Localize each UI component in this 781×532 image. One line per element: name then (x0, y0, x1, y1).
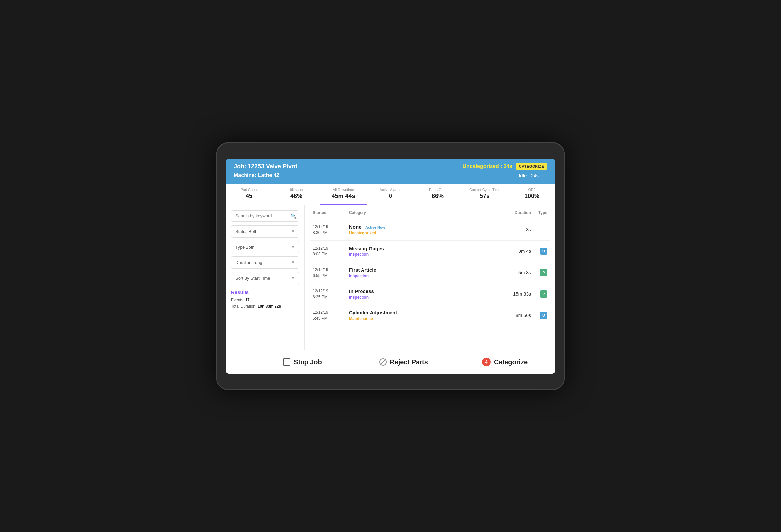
idle-dash: — (541, 172, 547, 179)
event-date: 12/12/19 5:45 PM (313, 310, 349, 321)
stat-label-downtime: All Downtime (323, 188, 364, 192)
event-name: None (349, 224, 362, 230)
event-subcategory: Inspection (349, 274, 501, 278)
idle-status: Idle : 24s — (519, 172, 547, 179)
event-duration: 8m 56s (501, 313, 531, 318)
stat-value-cycle-time: 57s (464, 193, 505, 200)
stat-label-part-count: Part Count (229, 188, 270, 192)
stat-active-alarms[interactable]: Active Alarms 0 (367, 183, 414, 205)
uncategorized-label: Uncategorized : 24s (463, 163, 512, 169)
results-section: Results Events: 17 Total Duration: 10h 3… (231, 289, 299, 310)
event-duration: 3s (501, 227, 531, 232)
event-date: 12/12/19 6:25 PM (313, 288, 349, 300)
reject-parts-button[interactable]: Reject Parts (353, 351, 454, 374)
stat-label-parts-goal: Parts Goal (417, 188, 458, 192)
status-filter[interactable]: Status Both ▼ (231, 226, 299, 238)
type-badge: U (540, 248, 547, 255)
results-count: 17 (245, 298, 249, 302)
search-input[interactable] (235, 213, 291, 218)
event-duration: 15m 33s (501, 291, 531, 297)
stop-job-button[interactable]: Stop Job (252, 351, 353, 374)
table-row[interactable]: 12/12/19 5:45 PM Cylinder Adjustment Mai… (310, 305, 550, 326)
tablet-frame: Job: 12253 Valve Pivot Uncategorized : 2… (216, 142, 565, 390)
table-row[interactable]: 12/12/19 8:30 PM None Active Now Uncateg… (310, 219, 550, 241)
stat-value-parts-goal: 66% (417, 193, 458, 200)
stat-cycle-time[interactable]: Current Cycle Time 57s (461, 183, 508, 205)
event-name: Cylinder Adjustment (349, 310, 397, 316)
main-content: 🔍 Status Both ▼ Type Both ▼ Dur (226, 205, 555, 350)
col-header-started: Started (313, 210, 349, 215)
status-filter-label: Status Both (235, 229, 257, 234)
type-filter[interactable]: Type Both ▼ (231, 241, 299, 253)
col-header-category: Category (349, 210, 501, 215)
active-badge: Active Now (365, 226, 385, 230)
event-type: U (531, 312, 547, 319)
stat-value-oee: 100% (511, 193, 552, 200)
chevron-down-icon: ▼ (291, 276, 295, 280)
header: Job: 12253 Valve Pivot Uncategorized : 2… (226, 159, 555, 183)
reject-icon (379, 358, 386, 366)
event-name: In Process (349, 288, 374, 294)
events-list: Started Category Duration Type 12/12/19 … (305, 205, 555, 350)
event-type: P (531, 290, 547, 298)
search-icon: 🔍 (291, 213, 296, 218)
event-subcategory: Maintenance (349, 317, 501, 321)
duration-filter-label: Duration Long (235, 260, 262, 265)
hamburger-icon (235, 360, 243, 364)
event-subcategory: Uncategorized (349, 231, 501, 235)
bottom-bar: Stop Job Reject Parts 4 Categorize (226, 350, 555, 374)
search-box[interactable]: 🔍 (231, 210, 299, 221)
reject-parts-label: Reject Parts (390, 358, 428, 366)
sort-filter-label: Sort By Start Time (235, 276, 270, 281)
machine-label: Machine: Lathe 42 (234, 172, 280, 178)
stat-oee[interactable]: OEE 100% (508, 183, 555, 205)
table-row[interactable]: 12/12/19 6:25 PM In Process Inspection 1… (310, 283, 550, 305)
table-row[interactable]: 12/12/19 6:55 PM First Article Inspectio… (310, 262, 550, 283)
categorize-count-badge: 4 (482, 358, 491, 366)
chevron-down-icon: ▼ (291, 245, 295, 249)
sort-filter[interactable]: Sort By Start Time ▼ (231, 272, 299, 284)
categorize-button[interactable]: 4 Categorize (454, 351, 555, 374)
stop-job-label: Stop Job (294, 358, 322, 366)
menu-button[interactable] (226, 351, 252, 374)
event-date: 12/12/19 6:55 PM (313, 267, 349, 279)
stat-value-downtime: 45m 44s (323, 193, 364, 200)
stop-icon (283, 358, 290, 366)
categorize-label: Categorize (494, 358, 528, 366)
event-subcategory: Inspection (349, 252, 501, 257)
type-badge: U (540, 312, 547, 319)
tablet-screen: Job: 12253 Valve Pivot Uncategorized : 2… (226, 159, 555, 374)
chevron-down-icon: ▼ (291, 260, 295, 265)
events-header: Started Category Duration Type (310, 210, 550, 219)
event-name: First Article (349, 267, 376, 273)
duration-filter[interactable]: Duration Long ▼ (231, 256, 299, 269)
type-badge: P (540, 269, 547, 276)
stat-label-cycle-time: Current Cycle Time (464, 188, 505, 192)
stat-parts-goal[interactable]: Parts Goal 66% (414, 183, 461, 205)
event-category: In Process Inspection (349, 288, 501, 300)
stats-bar: Part Count 45 Utilization 46% All Downti… (226, 183, 555, 205)
event-type: U (531, 248, 547, 255)
job-title: Job: 12253 Valve Pivot (234, 163, 297, 170)
stat-label-oee: OEE (511, 188, 552, 192)
categorize-header-button[interactable]: CATEGORIZE (516, 163, 547, 170)
sidebar: 🔍 Status Both ▼ Type Both ▼ Dur (226, 205, 305, 350)
stat-part-count[interactable]: Part Count 45 (226, 183, 273, 205)
results-title: Results (231, 289, 299, 295)
type-filter-label: Type Both (235, 245, 255, 249)
idle-text: Idle : 24s (519, 173, 539, 178)
col-header-type: Type (531, 210, 547, 215)
stat-label-alarms: Active Alarms (370, 188, 411, 192)
stat-all-downtime[interactable]: All Downtime 45m 44s (320, 183, 367, 205)
event-category: First Article Inspection (349, 267, 501, 278)
stat-utilization[interactable]: Utilization 46% (273, 183, 320, 205)
results-duration: Total Duration: 10h 33m 22s (231, 303, 299, 310)
table-row[interactable]: 12/12/19 8:03 PM Missing Gages Inspectio… (310, 241, 550, 262)
stat-value-alarms: 0 (370, 193, 411, 200)
event-subcategory: Inspection (349, 295, 501, 300)
header-right-top: Uncategorized : 24s CATEGORIZE (463, 163, 547, 170)
event-category: None Active Now Uncategorized (349, 224, 501, 235)
col-header-duration: Duration (501, 210, 531, 215)
type-badge: P (540, 290, 547, 298)
event-type: P (531, 269, 547, 276)
